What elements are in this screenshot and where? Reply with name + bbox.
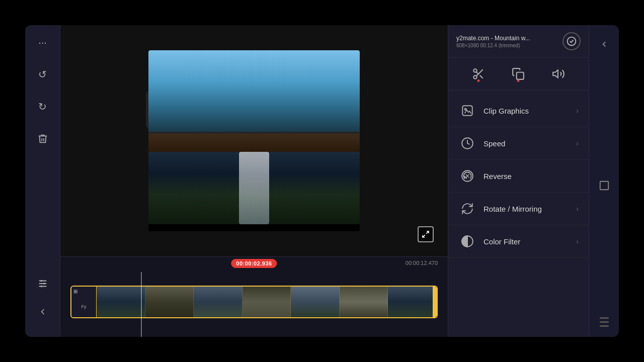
clip-graphics-label: Clip Graphics bbox=[484, 107, 576, 115]
timeline-clip[interactable]: ⊞ Fy bbox=[70, 286, 438, 318]
fullscreen-button[interactable] bbox=[418, 226, 434, 242]
timeline-track-area: ⊞ Fy bbox=[60, 272, 448, 337]
rotate-label: Rotate / Mirroring bbox=[484, 205, 576, 213]
center-area: Share Audio OFF Stop Share bbox=[60, 25, 448, 337]
playhead-line bbox=[141, 272, 142, 337]
clip-right-handle[interactable] bbox=[433, 287, 437, 317]
audio-tool[interactable] bbox=[547, 63, 570, 85]
right-edge-panel bbox=[589, 25, 619, 337]
drag-line-1 bbox=[600, 317, 609, 319]
video-preview bbox=[148, 50, 360, 231]
speed-icon bbox=[458, 134, 476, 152]
file-details: y2mate.com - Mountain w... 608×1080 00:1… bbox=[456, 35, 562, 48]
speed-item[interactable]: Speed › bbox=[448, 127, 589, 160]
app-container: ··· ↺ ↻ bbox=[25, 25, 619, 337]
svg-marker-16 bbox=[553, 70, 558, 77]
tool-icons-row bbox=[448, 58, 589, 90]
delete-icon[interactable] bbox=[34, 130, 52, 148]
svg-rect-15 bbox=[517, 72, 524, 79]
clip-frame-6 bbox=[340, 287, 388, 317]
color-filter-label: Color Filter bbox=[484, 237, 576, 246]
rotate-chevron: › bbox=[576, 205, 579, 213]
clip-icon: ⊞ bbox=[73, 289, 77, 294]
redo-icon[interactable]: ↻ bbox=[34, 98, 52, 116]
properties-panel: y2mate.com - Mountain w... 608×1080 00:1… bbox=[448, 25, 589, 337]
more-icon[interactable]: ··· bbox=[34, 33, 52, 51]
collapse-panel-button[interactable] bbox=[595, 35, 613, 53]
properties-list: Clip Graphics › Speed › bbox=[448, 90, 589, 337]
svg-point-18 bbox=[465, 109, 466, 110]
preview-area: Share Audio OFF Stop Share bbox=[60, 25, 448, 256]
scissors-dot bbox=[477, 79, 479, 82]
sidebar-bottom bbox=[34, 275, 52, 329]
square-icon[interactable] bbox=[595, 176, 613, 195]
clip-frame-5 bbox=[291, 287, 340, 317]
svg-point-3 bbox=[40, 280, 42, 282]
clip-frame-7 bbox=[388, 287, 437, 317]
speed-label: Speed bbox=[484, 139, 576, 148]
back-previous-icon[interactable] bbox=[34, 303, 52, 321]
clip-frame-4 bbox=[243, 287, 291, 317]
clip-graphics-item[interactable]: Clip Graphics › bbox=[448, 95, 589, 127]
current-time-badge: 00:00:02.936 bbox=[231, 259, 277, 268]
reverse-item[interactable]: Reverse bbox=[448, 160, 589, 193]
file-meta: 608×1080 00:12.4 (trimmed) bbox=[456, 43, 562, 48]
video-sky bbox=[148, 50, 360, 132]
reverse-icon bbox=[458, 167, 476, 185]
reverse-label: Reverse bbox=[484, 172, 579, 180]
undo-icon[interactable]: ↺ bbox=[34, 65, 52, 83]
waterfall bbox=[239, 152, 269, 224]
total-time-label: 00:00:12.470 bbox=[406, 260, 438, 266]
rotate-mirroring-item[interactable]: Rotate / Mirroring › bbox=[448, 193, 589, 225]
drag-line-2 bbox=[600, 321, 609, 323]
drag-line-3 bbox=[600, 325, 609, 327]
color-filter-item[interactable]: Color Filter › bbox=[448, 225, 589, 258]
timeline-header: 00:00:02.936 00:00:12.470 bbox=[60, 257, 448, 272]
clip-graphics-icon bbox=[458, 102, 476, 120]
clip-frame-1 bbox=[97, 287, 145, 317]
file-name: y2mate.com - Mountain w... bbox=[456, 35, 547, 42]
check-button[interactable] bbox=[562, 32, 581, 50]
color-filter-chevron: › bbox=[576, 237, 579, 245]
clip-frames bbox=[97, 287, 437, 317]
clip-label: Fy bbox=[82, 304, 87, 309]
video-land bbox=[148, 134, 360, 152]
speed-chevron: › bbox=[576, 139, 579, 147]
adjust-icon[interactable] bbox=[34, 275, 52, 293]
svg-rect-22 bbox=[600, 181, 608, 190]
clip-frame-3 bbox=[194, 287, 243, 317]
copy-tool[interactable] bbox=[507, 63, 529, 85]
main-area: ··· ↺ ↻ bbox=[25, 25, 619, 337]
copy-dot bbox=[517, 79, 520, 82]
timeline-area: 00:00:02.936 00:00:12.470 ⊞ Fy bbox=[60, 256, 448, 337]
clip-frame-2 bbox=[145, 287, 194, 317]
svg-line-14 bbox=[476, 72, 478, 74]
drag-handle[interactable] bbox=[600, 317, 609, 327]
left-sidebar: ··· ↺ ↻ bbox=[25, 25, 60, 337]
video-water bbox=[148, 152, 360, 224]
svg-line-13 bbox=[480, 75, 483, 78]
clip-graphics-chevron: › bbox=[576, 107, 579, 115]
file-info: y2mate.com - Mountain w... 608×1080 00:1… bbox=[448, 25, 589, 58]
rotate-icon bbox=[458, 200, 476, 218]
svg-point-5 bbox=[40, 286, 42, 288]
scissors-tool[interactable] bbox=[467, 63, 490, 85]
svg-point-11 bbox=[473, 75, 477, 79]
clip-thumbnail: ⊞ Fy bbox=[71, 287, 97, 317]
color-filter-icon bbox=[458, 232, 476, 250]
svg-point-4 bbox=[43, 283, 45, 285]
